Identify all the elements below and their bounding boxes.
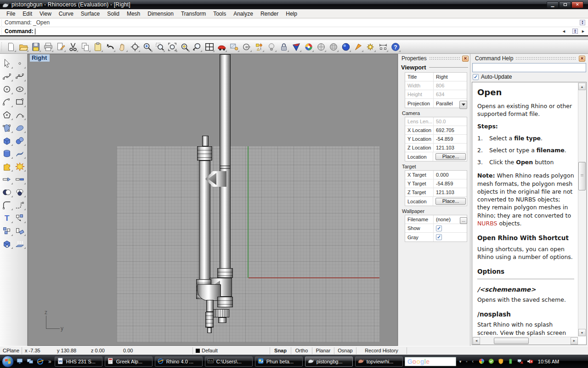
menu-view[interactable]: View xyxy=(36,10,55,18)
color-wheel-icon[interactable] xyxy=(302,41,315,53)
boolean-difference-icon[interactable] xyxy=(1,186,13,198)
menu-tools[interactable]: Tools xyxy=(209,10,230,18)
paste-icon[interactable] xyxy=(91,41,104,53)
horizontal-scrollbar[interactable]: ◄ ► xyxy=(473,337,578,344)
wallpaper-browse-button[interactable]: ... xyxy=(460,217,467,224)
panel-grip[interactable] xyxy=(515,57,577,60)
scroll-up-icon[interactable]: ▲ xyxy=(578,83,586,90)
window-switcher-icon[interactable] xyxy=(26,356,35,367)
open-file-icon[interactable] xyxy=(17,41,29,53)
menu-dimension[interactable]: Dimension xyxy=(144,10,177,18)
camera-y-value[interactable]: -54.859 xyxy=(434,136,467,142)
model-left-collar-top[interactable] xyxy=(197,146,212,161)
options-icon[interactable] xyxy=(364,41,377,53)
group-objects-icon[interactable] xyxy=(1,225,13,236)
model-left-cap[interactable] xyxy=(202,136,209,146)
panel-grip[interactable] xyxy=(429,57,460,60)
explode-icon[interactable] xyxy=(14,161,26,172)
taskbar-button-c-users[interactable]: C:\C:\Users\... xyxy=(205,356,253,367)
what-command-icon[interactable] xyxy=(352,41,364,53)
help-content-area[interactable]: Open Opens an existing Rhino or other su… xyxy=(472,82,587,345)
menu-mesh[interactable]: Mesh xyxy=(123,10,144,18)
surface-revolve-icon[interactable] xyxy=(14,148,26,159)
record-history-toggle[interactable]: Record History xyxy=(356,347,407,354)
single-point-icon[interactable] xyxy=(14,58,26,69)
wallpaper-gray-checkbox[interactable]: ✓ xyxy=(436,234,442,240)
command-help-close-icon[interactable]: ✕ xyxy=(579,56,585,62)
cplane-pane[interactable]: CPlane xyxy=(0,347,22,354)
target-z-value[interactable]: 121.103 xyxy=(434,190,467,195)
deskband-dropdown-icon[interactable]: ▾ xyxy=(458,359,463,364)
circle-icon[interactable] xyxy=(1,83,13,95)
text-object-icon[interactable]: T xyxy=(1,212,13,224)
named-view-icon[interactable] xyxy=(228,41,240,53)
pan-icon[interactable] xyxy=(116,41,129,53)
ellipse-icon[interactable] xyxy=(14,83,26,95)
copy-object-icon[interactable] xyxy=(14,212,26,224)
model-right-endcap[interactable] xyxy=(217,297,233,307)
planar-toggle[interactable]: Planar xyxy=(312,347,334,354)
command-input[interactable]: Command: ▲▼ ◄ ► xyxy=(0,27,588,36)
close-button[interactable]: ✕ xyxy=(571,1,583,8)
camera-x-value[interactable]: 692.705 xyxy=(434,127,467,133)
start-button[interactable] xyxy=(2,356,14,368)
control-point-curve-icon[interactable] xyxy=(1,70,13,82)
split-icon[interactable] xyxy=(14,173,26,185)
vertical-scroll-thumb[interactable] xyxy=(578,162,586,190)
osnap-toggle[interactable]: Osnap xyxy=(334,347,356,354)
rendered-viewport-icon[interactable] xyxy=(327,41,339,53)
camera-z-value[interactable]: 121.103 xyxy=(434,145,467,150)
google-search-box[interactable]: Google xyxy=(405,357,456,366)
command-history-spinner[interactable]: ▲▼ xyxy=(580,20,585,25)
solid-cylinder-icon[interactable] xyxy=(1,148,13,159)
plugin-puzzle-icon[interactable] xyxy=(1,161,13,172)
command-scroll-left[interactable]: ◄ xyxy=(562,29,566,34)
network-error-icon[interactable] xyxy=(516,357,525,366)
show-desktop-icon[interactable] xyxy=(16,356,25,367)
projection-dropdown-icon[interactable] xyxy=(459,101,467,109)
cplane-icon[interactable] xyxy=(240,41,253,53)
model-right-collar[interactable] xyxy=(217,268,233,278)
dimension-icon[interactable] xyxy=(377,41,389,53)
quick-launch-chevron-icon[interactable]: » xyxy=(47,358,53,365)
rotate-object-icon[interactable] xyxy=(14,225,26,236)
page-edit-icon[interactable] xyxy=(54,41,67,53)
green-badge-icon[interactable] xyxy=(487,357,496,366)
shade-icon[interactable] xyxy=(290,41,302,53)
select-pointer-icon[interactable] xyxy=(1,58,13,69)
target-x-value[interactable]: 0.000 xyxy=(434,172,467,178)
scroll-right-icon[interactable]: ► xyxy=(571,337,578,345)
model-left-tip[interactable] xyxy=(207,328,212,333)
menu-curve[interactable]: Curve xyxy=(55,10,77,18)
title-bar[interactable]: pistongbgun - Rhinoceros (Evaluation) - … xyxy=(0,0,588,9)
blend-curve-icon[interactable] xyxy=(14,199,26,211)
boolean-union-icon[interactable] xyxy=(14,186,26,198)
move-car-icon[interactable] xyxy=(215,41,228,53)
battery-icon[interactable] xyxy=(507,357,515,366)
viewport-title-label[interactable]: Right xyxy=(30,54,50,62)
copy-icon[interactable] xyxy=(79,41,91,53)
solid-box-icon[interactable] xyxy=(1,135,13,146)
horizontal-scroll-thumb[interactable] xyxy=(494,338,529,344)
camera-place-button[interactable]: Place... xyxy=(435,153,466,160)
command-history[interactable]: Command: _Open ▲▼ xyxy=(0,18,588,27)
menu-edit[interactable]: Edit xyxy=(19,10,36,18)
surface-patch-icon[interactable] xyxy=(14,122,26,133)
selection-filter-icon[interactable] xyxy=(253,41,265,53)
menu-surface[interactable]: Surface xyxy=(77,10,103,18)
help-icon[interactable]: ? xyxy=(389,41,401,53)
minimize-button[interactable]: ▁ xyxy=(547,1,559,8)
menu-file[interactable]: File xyxy=(3,10,19,18)
command-input-spinner[interactable]: ▲▼ xyxy=(572,29,578,34)
shaded-viewport-icon[interactable] xyxy=(315,41,327,53)
layer-pane[interactable]: Default xyxy=(193,347,270,354)
render-icon[interactable] xyxy=(339,41,352,53)
solid-sphere-icon[interactable] xyxy=(14,135,26,146)
nurbs-link[interactable]: NURBS xyxy=(477,220,497,227)
maximize-button[interactable] xyxy=(559,1,571,8)
conic-icon[interactable] xyxy=(14,109,26,121)
ie-icon[interactable] xyxy=(36,356,45,367)
zoom-selected-icon[interactable] xyxy=(178,41,191,53)
ortho-toggle[interactable]: Ortho xyxy=(291,347,312,354)
rotate-view-icon[interactable] xyxy=(129,41,141,53)
